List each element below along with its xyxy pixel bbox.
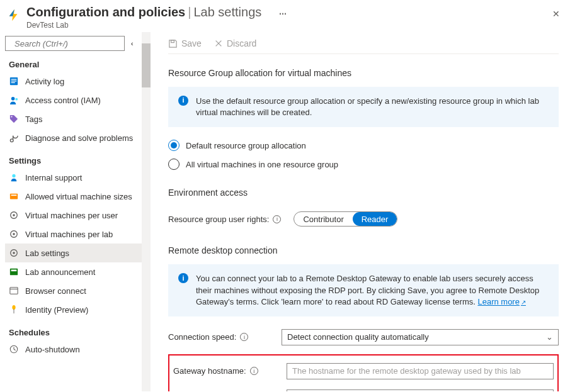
sizes-icon	[9, 191, 19, 201]
info-icon: i	[178, 273, 188, 283]
svg-rect-21	[11, 270, 17, 272]
section-general: General	[5, 51, 142, 72]
env-section-title: Environment access	[168, 188, 559, 198]
sidebar-item-internal-support[interactable]: Internal support	[5, 168, 142, 187]
toolbar: Save Discard	[168, 32, 559, 54]
info-circle-icon[interactable]: i	[240, 333, 248, 341]
sidebar-item-lab-settings[interactable]: Lab settings	[5, 244, 142, 262]
rights-toggle[interactable]: Contributor Reader	[294, 211, 397, 227]
activity-log-icon	[9, 76, 19, 86]
page-title: Configuration and policies|Lab settings …	[26, 5, 552, 20]
conn-speed-label: Connection speed: i	[168, 332, 275, 342]
sidebar-item-access-control[interactable]: Access control (IAM)	[5, 91, 142, 109]
sidebar-scrollbar[interactable]	[142, 32, 151, 391]
gw-host-label: Gateway hostname: i	[173, 366, 280, 376]
browser-icon	[9, 286, 19, 296]
toggle-reader[interactable]: Reader	[353, 212, 397, 226]
svg-point-15	[13, 214, 15, 216]
sidebar: ‹‹ General Activity log Access control (…	[0, 32, 142, 391]
info-circle-icon[interactable]: i	[250, 367, 258, 375]
gear-icon	[9, 210, 19, 220]
save-button[interactable]: Save	[168, 38, 202, 48]
info-circle-icon[interactable]: i	[273, 215, 281, 223]
rg-section-title: Resource Group allocation for virtual ma…	[168, 68, 559, 78]
gateway-hostname-input[interactable]	[287, 363, 554, 379]
sidebar-item-auto-shutdown[interactable]: Auto-shutdown	[5, 340, 142, 359]
discard-button[interactable]: Discard	[214, 38, 256, 48]
rdc-info-box: i You can connect your lab to a Remote D…	[168, 264, 559, 316]
svg-point-24	[12, 305, 15, 310]
sidebar-item-vms-per-lab[interactable]: Virtual machines per lab	[5, 225, 142, 244]
chevron-down-icon: ⌄	[546, 332, 553, 342]
page-header: Configuration and policies|Lab settings …	[0, 0, 570, 32]
clock-icon	[9, 344, 19, 354]
main-content: Save Discard Resource Group allocation f…	[151, 32, 570, 391]
svg-rect-25	[14, 309, 14, 313]
sidebar-item-identity[interactable]: Identity (Preview)	[5, 300, 142, 319]
svg-rect-12	[10, 194, 18, 199]
resource-icon	[6, 8, 21, 23]
svg-point-19	[13, 252, 15, 254]
announcement-icon	[9, 267, 19, 277]
more-menu[interactable]: ⋯	[279, 9, 288, 18]
external-link-icon: ↗	[521, 299, 526, 306]
section-schedules: Schedules	[5, 319, 142, 340]
radio-selected-icon	[168, 140, 180, 151]
save-icon	[168, 39, 178, 48]
section-settings: Settings	[5, 147, 142, 168]
sidebar-item-browser-connect[interactable]: Browser connect	[5, 281, 142, 300]
discard-icon	[214, 39, 223, 48]
svg-point-6	[11, 96, 14, 100]
rdc-section-title: Remote desktop connection	[168, 245, 559, 255]
svg-line-28	[14, 349, 16, 350]
env-rights-label: Resource group user rights: i	[168, 215, 281, 224]
gateway-highlight: Gateway hostname: i Gateway token secret…	[168, 354, 559, 391]
radio-unselected-icon	[168, 159, 180, 170]
gateway-token-secret-input[interactable]	[287, 389, 554, 391]
svg-point-7	[15, 98, 18, 100]
tags-icon	[9, 114, 19, 124]
svg-rect-29	[171, 40, 174, 42]
svg-rect-4	[11, 81, 17, 81]
rg-info-box: i Use the default resource group allocat…	[168, 87, 559, 127]
radio-default-rg[interactable]: Default resource group allocation	[168, 136, 559, 155]
conn-speed-select[interactable]: Detect connection quality automatically …	[282, 329, 559, 345]
search-input[interactable]	[5, 36, 125, 51]
diagnose-icon	[9, 133, 19, 143]
support-icon	[9, 172, 19, 182]
close-icon[interactable]: ✕	[552, 9, 560, 19]
sidebar-item-activity-log[interactable]: Activity log	[5, 72, 142, 91]
svg-rect-13	[11, 194, 17, 196]
svg-rect-20	[10, 269, 18, 276]
access-control-icon	[9, 95, 19, 105]
learn-more-link[interactable]: Learn more↗	[477, 297, 525, 306]
gear-icon	[9, 248, 19, 258]
sidebar-item-vms-per-user[interactable]: Virtual machines per user	[5, 206, 142, 225]
sidebar-item-lab-announcement[interactable]: Lab announcement	[5, 262, 142, 281]
svg-point-11	[12, 174, 15, 177]
svg-rect-22	[10, 288, 18, 294]
sidebar-item-diagnose[interactable]: Diagnose and solve problems	[5, 128, 142, 147]
svg-point-8	[11, 116, 12, 117]
svg-point-17	[13, 233, 15, 235]
breadcrumb: DevTest Lab	[26, 21, 552, 30]
svg-rect-5	[11, 82, 15, 83]
info-icon: i	[178, 96, 188, 106]
identity-icon	[9, 305, 19, 315]
svg-rect-3	[11, 79, 17, 80]
svg-point-9	[10, 138, 13, 142]
toggle-contributor[interactable]: Contributor	[294, 212, 352, 226]
gear-icon	[9, 229, 19, 239]
sidebar-item-tags[interactable]: Tags	[5, 109, 142, 128]
sidebar-item-allowed-sizes[interactable]: Allowed virtual machine sizes	[5, 187, 142, 206]
radio-all-one-rg[interactable]: All virtual machines in one resource gro…	[168, 155, 559, 174]
scrollbar-thumb[interactable]	[142, 43, 151, 87]
